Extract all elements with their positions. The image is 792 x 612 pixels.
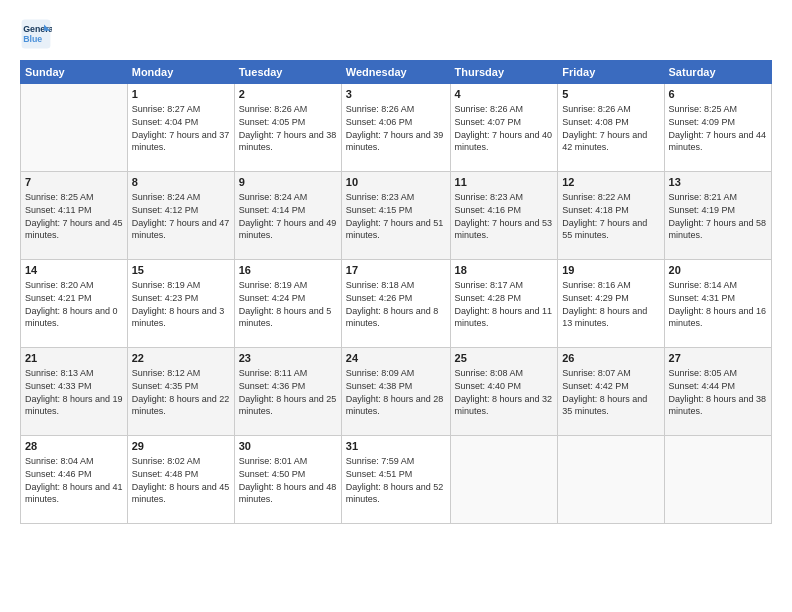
calendar-cell: 19Sunrise: 8:16 AMSunset: 4:29 PMDayligh…: [558, 260, 664, 348]
sunset-text: Sunset: 4:48 PM: [132, 468, 230, 481]
calendar-week-row: 21Sunrise: 8:13 AMSunset: 4:33 PMDayligh…: [21, 348, 772, 436]
day-number: 13: [669, 175, 767, 190]
sunrise-text: Sunrise: 8:04 AM: [25, 455, 123, 468]
daylight-text: Daylight: 8 hours and 3 minutes.: [132, 305, 230, 330]
day-number: 12: [562, 175, 659, 190]
daylight-text: Daylight: 8 hours and 16 minutes.: [669, 305, 767, 330]
day-number: 9: [239, 175, 337, 190]
calendar-cell: 24Sunrise: 8:09 AMSunset: 4:38 PMDayligh…: [341, 348, 450, 436]
sunrise-text: Sunrise: 8:26 AM: [239, 103, 337, 116]
daylight-text: Daylight: 8 hours and 28 minutes.: [346, 393, 446, 418]
calendar-cell: 30Sunrise: 8:01 AMSunset: 4:50 PMDayligh…: [234, 436, 341, 524]
calendar-week-row: 14Sunrise: 8:20 AMSunset: 4:21 PMDayligh…: [21, 260, 772, 348]
calendar-cell: 17Sunrise: 8:18 AMSunset: 4:26 PMDayligh…: [341, 260, 450, 348]
sunrise-text: Sunrise: 8:18 AM: [346, 279, 446, 292]
sunset-text: Sunset: 4:16 PM: [455, 204, 554, 217]
daylight-text: Daylight: 7 hours and 42 minutes.: [562, 129, 659, 154]
sunset-text: Sunset: 4:21 PM: [25, 292, 123, 305]
calendar-cell: 1Sunrise: 8:27 AMSunset: 4:04 PMDaylight…: [127, 84, 234, 172]
sunset-text: Sunset: 4:24 PM: [239, 292, 337, 305]
sunset-text: Sunset: 4:26 PM: [346, 292, 446, 305]
calendar-cell: 6Sunrise: 8:25 AMSunset: 4:09 PMDaylight…: [664, 84, 771, 172]
calendar-cell: 4Sunrise: 8:26 AMSunset: 4:07 PMDaylight…: [450, 84, 558, 172]
day-number: 11: [455, 175, 554, 190]
day-number: 15: [132, 263, 230, 278]
calendar-cell: 29Sunrise: 8:02 AMSunset: 4:48 PMDayligh…: [127, 436, 234, 524]
day-number: 3: [346, 87, 446, 102]
daylight-text: Daylight: 7 hours and 40 minutes.: [455, 129, 554, 154]
day-number: 24: [346, 351, 446, 366]
sunrise-text: Sunrise: 7:59 AM: [346, 455, 446, 468]
sunrise-text: Sunrise: 8:20 AM: [25, 279, 123, 292]
calendar-header-row: SundayMondayTuesdayWednesdayThursdayFrid…: [21, 61, 772, 84]
daylight-text: Daylight: 7 hours and 55 minutes.: [562, 217, 659, 242]
calendar-week-row: 1Sunrise: 8:27 AMSunset: 4:04 PMDaylight…: [21, 84, 772, 172]
day-number: 5: [562, 87, 659, 102]
calendar-cell: 31Sunrise: 7:59 AMSunset: 4:51 PMDayligh…: [341, 436, 450, 524]
daylight-text: Daylight: 8 hours and 32 minutes.: [455, 393, 554, 418]
sunrise-text: Sunrise: 8:21 AM: [669, 191, 767, 204]
sunrise-text: Sunrise: 8:05 AM: [669, 367, 767, 380]
sunrise-text: Sunrise: 8:07 AM: [562, 367, 659, 380]
day-number: 26: [562, 351, 659, 366]
sunset-text: Sunset: 4:04 PM: [132, 116, 230, 129]
calendar-cell: 12Sunrise: 8:22 AMSunset: 4:18 PMDayligh…: [558, 172, 664, 260]
sunrise-text: Sunrise: 8:11 AM: [239, 367, 337, 380]
sunset-text: Sunset: 4:05 PM: [239, 116, 337, 129]
day-number: 1: [132, 87, 230, 102]
daylight-text: Daylight: 8 hours and 38 minutes.: [669, 393, 767, 418]
sunrise-text: Sunrise: 8:09 AM: [346, 367, 446, 380]
sunrise-text: Sunrise: 8:22 AM: [562, 191, 659, 204]
daylight-text: Daylight: 7 hours and 37 minutes.: [132, 129, 230, 154]
daylight-text: Daylight: 7 hours and 58 minutes.: [669, 217, 767, 242]
sunset-text: Sunset: 4:18 PM: [562, 204, 659, 217]
sunset-text: Sunset: 4:28 PM: [455, 292, 554, 305]
day-number: 2: [239, 87, 337, 102]
logo-icon: General Blue: [20, 18, 52, 50]
day-number: 22: [132, 351, 230, 366]
daylight-text: Daylight: 7 hours and 38 minutes.: [239, 129, 337, 154]
sunrise-text: Sunrise: 8:23 AM: [455, 191, 554, 204]
daylight-text: Daylight: 7 hours and 44 minutes.: [669, 129, 767, 154]
day-number: 29: [132, 439, 230, 454]
calendar-week-row: 28Sunrise: 8:04 AMSunset: 4:46 PMDayligh…: [21, 436, 772, 524]
calendar-cell: 14Sunrise: 8:20 AMSunset: 4:21 PMDayligh…: [21, 260, 128, 348]
day-number: 25: [455, 351, 554, 366]
daylight-text: Daylight: 7 hours and 51 minutes.: [346, 217, 446, 242]
daylight-text: Daylight: 8 hours and 45 minutes.: [132, 481, 230, 506]
calendar-cell: 22Sunrise: 8:12 AMSunset: 4:35 PMDayligh…: [127, 348, 234, 436]
day-number: 6: [669, 87, 767, 102]
calendar-cell: 23Sunrise: 8:11 AMSunset: 4:36 PMDayligh…: [234, 348, 341, 436]
calendar-cell: 27Sunrise: 8:05 AMSunset: 4:44 PMDayligh…: [664, 348, 771, 436]
day-number: 16: [239, 263, 337, 278]
sunrise-text: Sunrise: 8:02 AM: [132, 455, 230, 468]
weekday-header: Thursday: [450, 61, 558, 84]
day-number: 21: [25, 351, 123, 366]
daylight-text: Daylight: 8 hours and 48 minutes.: [239, 481, 337, 506]
daylight-text: Daylight: 7 hours and 45 minutes.: [25, 217, 123, 242]
day-number: 7: [25, 175, 123, 190]
calendar-cell: 11Sunrise: 8:23 AMSunset: 4:16 PMDayligh…: [450, 172, 558, 260]
sunrise-text: Sunrise: 8:17 AM: [455, 279, 554, 292]
day-number: 28: [25, 439, 123, 454]
calendar-cell: 5Sunrise: 8:26 AMSunset: 4:08 PMDaylight…: [558, 84, 664, 172]
day-number: 17: [346, 263, 446, 278]
weekday-header: Friday: [558, 61, 664, 84]
sunrise-text: Sunrise: 8:25 AM: [669, 103, 767, 116]
sunrise-text: Sunrise: 8:26 AM: [346, 103, 446, 116]
sunset-text: Sunset: 4:31 PM: [669, 292, 767, 305]
daylight-text: Daylight: 8 hours and 8 minutes.: [346, 305, 446, 330]
calendar-week-row: 7Sunrise: 8:25 AMSunset: 4:11 PMDaylight…: [21, 172, 772, 260]
logo: General Blue: [20, 18, 52, 50]
sunset-text: Sunset: 4:46 PM: [25, 468, 123, 481]
sunset-text: Sunset: 4:23 PM: [132, 292, 230, 305]
calendar-cell: 8Sunrise: 8:24 AMSunset: 4:12 PMDaylight…: [127, 172, 234, 260]
day-number: 19: [562, 263, 659, 278]
calendar-cell: 3Sunrise: 8:26 AMSunset: 4:06 PMDaylight…: [341, 84, 450, 172]
sunset-text: Sunset: 4:44 PM: [669, 380, 767, 393]
daylight-text: Daylight: 8 hours and 22 minutes.: [132, 393, 230, 418]
page-header: General Blue: [20, 18, 772, 50]
sunset-text: Sunset: 4:06 PM: [346, 116, 446, 129]
sunrise-text: Sunrise: 8:13 AM: [25, 367, 123, 380]
sunset-text: Sunset: 4:29 PM: [562, 292, 659, 305]
